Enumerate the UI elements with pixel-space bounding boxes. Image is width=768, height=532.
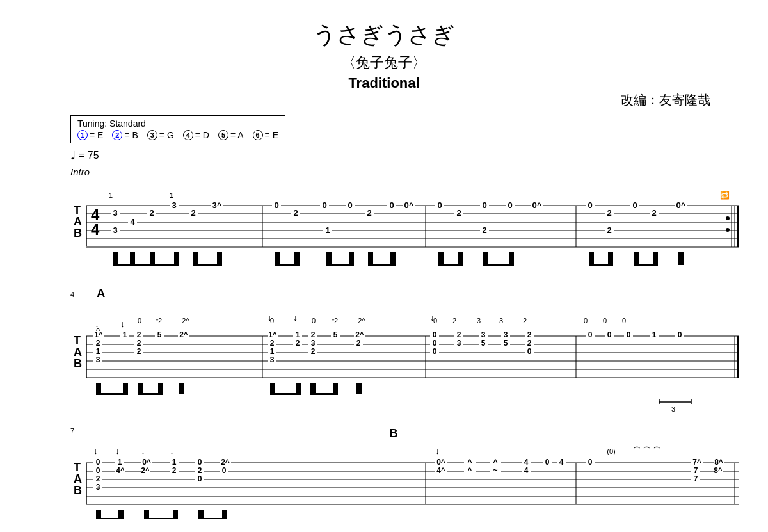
svg-text:1: 1 bbox=[170, 191, 173, 199]
svg-text:2: 2 bbox=[356, 339, 361, 348]
svg-rect-87 bbox=[275, 264, 300, 266]
svg-text:5: 5 bbox=[481, 339, 486, 348]
svg-rect-106 bbox=[678, 252, 684, 265]
svg-text:3: 3 bbox=[113, 225, 117, 235]
svg-text:3: 3 bbox=[504, 330, 508, 339]
svg-text:2: 2 bbox=[198, 466, 202, 475]
svg-text:B: B bbox=[74, 357, 82, 370]
svg-text:0: 0 bbox=[545, 458, 550, 467]
svg-text:3: 3 bbox=[481, 330, 486, 339]
svg-text:4: 4 bbox=[524, 458, 529, 467]
tempo-value: = 75 bbox=[79, 150, 99, 161]
svg-text:8^: 8^ bbox=[714, 466, 723, 475]
svg-rect-82 bbox=[193, 252, 198, 265]
svg-text:0: 0 bbox=[389, 200, 394, 210]
svg-text:↓: ↓ bbox=[155, 312, 159, 323]
section-b-label: B bbox=[70, 427, 717, 440]
svg-text:2: 2 bbox=[523, 317, 527, 325]
svg-text:2: 2 bbox=[293, 208, 298, 218]
svg-text:4^: 4^ bbox=[436, 466, 445, 475]
svg-text:↓: ↓ bbox=[115, 446, 120, 456]
svg-rect-98 bbox=[509, 252, 514, 265]
svg-text:2^: 2^ bbox=[179, 330, 188, 339]
svg-text:5: 5 bbox=[333, 330, 338, 339]
svg-text:T: T bbox=[74, 204, 81, 216]
svg-text:4^: 4^ bbox=[116, 466, 125, 475]
svg-text:↓: ↓ bbox=[331, 312, 335, 323]
string-num-1: 1 bbox=[77, 130, 88, 140]
svg-text:2^: 2^ bbox=[355, 330, 364, 339]
svg-rect-80 bbox=[174, 252, 179, 265]
svg-text:0: 0 bbox=[138, 317, 141, 325]
svg-rect-327 bbox=[173, 510, 178, 519]
svg-rect-240 bbox=[356, 383, 362, 394]
svg-text:2^: 2^ bbox=[221, 458, 230, 467]
svg-rect-103 bbox=[634, 252, 639, 265]
svg-text:↓: ↓ bbox=[293, 312, 298, 323]
svg-text:— 3 —: — 3 — bbox=[662, 405, 684, 413]
header: うさぎうさぎ 〈兔子兔子〉 Traditional bbox=[51, 19, 717, 92]
svg-rect-325 bbox=[96, 518, 124, 519]
svg-text:0: 0 bbox=[198, 458, 202, 467]
svg-text:🔁: 🔁 bbox=[720, 190, 730, 200]
tab-staff-a: T A B 0 1^ bbox=[70, 303, 742, 421]
svg-rect-105 bbox=[634, 264, 658, 266]
svg-text:0: 0 bbox=[588, 200, 592, 210]
svg-text:0: 0 bbox=[607, 330, 612, 339]
svg-rect-331 bbox=[198, 518, 227, 519]
svg-rect-233 bbox=[179, 383, 184, 394]
svg-rect-96 bbox=[438, 264, 463, 266]
svg-text:2: 2 bbox=[172, 466, 177, 475]
svg-text:1: 1 bbox=[118, 458, 122, 467]
svg-rect-77 bbox=[113, 252, 118, 265]
svg-rect-324 bbox=[118, 510, 124, 519]
svg-rect-231 bbox=[158, 383, 163, 394]
svg-text:↓: ↓ bbox=[170, 446, 174, 456]
svg-text:2: 2 bbox=[452, 317, 456, 325]
svg-rect-81 bbox=[113, 264, 179, 266]
svg-rect-92 bbox=[390, 252, 396, 265]
svg-text:2: 2 bbox=[296, 339, 300, 348]
svg-text:0: 0 bbox=[322, 200, 326, 210]
svg-text:0: 0 bbox=[588, 330, 593, 339]
svg-text:0: 0 bbox=[222, 466, 227, 475]
svg-point-19 bbox=[726, 216, 730, 220]
svg-rect-99 bbox=[483, 264, 514, 266]
svg-text:0^: 0^ bbox=[436, 458, 445, 467]
svg-text:^: ^ bbox=[467, 458, 472, 467]
svg-text:2: 2 bbox=[527, 330, 532, 339]
svg-text:↓: ↓ bbox=[93, 446, 98, 456]
svg-text:1: 1 bbox=[296, 330, 300, 339]
svg-text:4: 4 bbox=[559, 458, 564, 467]
svg-text:4: 4 bbox=[524, 466, 529, 475]
svg-rect-94 bbox=[438, 252, 444, 265]
svg-rect-83 bbox=[217, 252, 222, 265]
svg-text:0^: 0^ bbox=[142, 458, 151, 467]
tempo-line: ♩ = 75 bbox=[70, 149, 717, 163]
svg-text:^: ^ bbox=[493, 458, 497, 467]
page: うさぎうさぎ 〈兔子兔子〉 Traditional 改編：友寄隆哉 Tuning… bbox=[0, 0, 768, 532]
svg-text:0: 0 bbox=[508, 200, 512, 210]
svg-rect-239 bbox=[310, 393, 338, 395]
svg-rect-86 bbox=[294, 252, 300, 265]
string-num-5: 5 bbox=[218, 130, 228, 140]
svg-rect-88 bbox=[326, 252, 332, 265]
svg-text:↓: ↓ bbox=[435, 446, 440, 456]
svg-text:3: 3 bbox=[113, 208, 117, 218]
string-6: 6 = E bbox=[253, 130, 278, 140]
svg-text:3^: 3^ bbox=[212, 200, 222, 210]
svg-text:0: 0 bbox=[96, 466, 100, 475]
svg-text:7: 7 bbox=[694, 466, 698, 475]
svg-text:0^: 0^ bbox=[404, 200, 414, 210]
string-5: 5 = A bbox=[218, 130, 244, 140]
string-1: 1 = E bbox=[77, 130, 103, 140]
string-num-4: 4 bbox=[183, 130, 193, 140]
svg-text:0^: 0^ bbox=[532, 200, 542, 210]
title-japanese: うさぎうさぎ bbox=[51, 19, 717, 51]
svg-text:1: 1 bbox=[172, 458, 177, 467]
svg-text:↓: ↓ bbox=[95, 319, 99, 329]
svg-rect-330 bbox=[222, 510, 227, 519]
svg-text:B: B bbox=[74, 484, 82, 497]
svg-rect-227 bbox=[96, 383, 101, 394]
string-2: 2 = B bbox=[112, 130, 138, 140]
